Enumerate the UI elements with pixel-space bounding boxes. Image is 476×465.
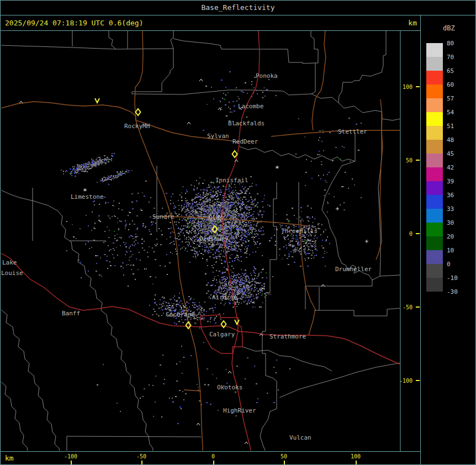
legend-tick-label: 60 xyxy=(447,81,469,88)
map-area: **PonokaLacombeBlackfaldsSylvanRedDeerSt… xyxy=(1,31,420,452)
boundary-line xyxy=(109,31,116,49)
boundary-line xyxy=(132,90,311,95)
left-column: 2025/09/24 07:18:19 UTC 0.6(deg) km **Po… xyxy=(1,15,421,464)
boundary-line xyxy=(239,146,355,161)
city-label: Strathmore xyxy=(269,333,306,340)
city-label: RedDeer xyxy=(232,138,258,145)
city-label: Drumheller xyxy=(335,266,372,273)
scan-timestamp: 2025/09/24 07:18:19 UTC 0.6(deg) xyxy=(5,19,143,27)
city-label: Ponoka xyxy=(256,72,278,80)
city-label: HighRiver xyxy=(223,407,256,414)
legend-color-block xyxy=(426,195,443,209)
app-title: Base_Reflectivity xyxy=(201,3,274,12)
legend-tick-label: 65 xyxy=(447,67,469,75)
bottom-axis-tick-label: 50 xyxy=(272,453,296,459)
bottom-axis-tick-label: 100 xyxy=(343,453,368,459)
radar-echo-layer xyxy=(61,71,362,424)
legend-tick-label: 20 xyxy=(447,233,469,240)
legend-color-block xyxy=(426,167,443,181)
city-label: Calgary xyxy=(209,331,235,338)
bottom-axis-tick-label: -100 xyxy=(59,453,83,459)
legend-title: dBZ xyxy=(443,24,455,32)
legend-color-block xyxy=(426,154,443,167)
title-bar: Base_Reflectivity xyxy=(1,1,475,15)
legend-color-block xyxy=(426,223,443,236)
legend-tick-label: 45 xyxy=(447,150,469,157)
city-label: Vulcan xyxy=(289,434,311,441)
right-axis-tick-label: 0 xyxy=(409,231,412,237)
boundary-line xyxy=(1,190,156,452)
city-label: Airdrie xyxy=(212,294,237,301)
radar-app-window: Base_Reflectivity 2025/09/24 07:18:19 UT… xyxy=(0,0,476,465)
legend-tick-label: 30 xyxy=(447,219,469,226)
caret-marker xyxy=(235,160,238,162)
right-axis-tick-label: 100 xyxy=(403,84,412,90)
city-label: Okotoks xyxy=(217,384,242,391)
boundary-line xyxy=(311,63,315,94)
bottom-axis: km -100-50050100 xyxy=(1,452,420,464)
right-axis-tick-label: -50 xyxy=(403,304,412,310)
right-axis-unit: km xyxy=(408,19,417,27)
city-label: Limestone xyxy=(71,193,104,200)
legend-color-block xyxy=(426,126,443,140)
legend-tick-label: 39 xyxy=(447,178,469,185)
legend-tick-label: -10 xyxy=(447,274,469,282)
legend-tick-label: 36 xyxy=(447,192,469,199)
city-label: Lake xyxy=(2,259,17,266)
legend-color-block xyxy=(426,264,443,278)
city-label: Sylvan xyxy=(207,133,229,140)
city-label: Blackfalds xyxy=(228,120,265,127)
road-brown xyxy=(1,102,239,142)
asterisk-marker: * xyxy=(275,164,279,172)
city-label: Louise xyxy=(1,270,23,277)
station-diamond-marker xyxy=(136,109,141,115)
right-axis-tick-label: -100 xyxy=(399,378,412,384)
legend-color-block xyxy=(426,71,443,84)
vee-marker xyxy=(235,320,239,324)
legend-color-block xyxy=(426,209,443,223)
boundary-line xyxy=(132,31,173,94)
boundary-line xyxy=(305,280,372,309)
bottom-axis-tick xyxy=(356,461,357,464)
boundary-line xyxy=(173,39,318,64)
legend-color-block xyxy=(426,278,443,292)
legend-tick-label: 0 xyxy=(447,261,469,268)
legend-tick-label: 57 xyxy=(447,95,469,102)
city-label: ThreeHills xyxy=(281,228,318,235)
caret-marker xyxy=(187,122,191,124)
legend-tick-label: 10 xyxy=(447,247,469,254)
bottom-axis-tick-label: -50 xyxy=(129,453,154,459)
city-label: Stettler xyxy=(338,128,367,135)
legend-color-block xyxy=(426,57,443,71)
city-label: Lacombe xyxy=(238,103,263,110)
boundary-line xyxy=(67,436,201,451)
boundary-line xyxy=(1,309,65,452)
legend-color-block xyxy=(426,112,443,126)
legend-tick-label: 54 xyxy=(447,109,469,116)
boundary-line xyxy=(1,45,173,49)
caret-marker xyxy=(245,442,248,444)
city-labels-layer: PonokaLacombeBlackfaldsSylvanRedDeerStet… xyxy=(1,72,372,441)
boundary-line xyxy=(311,94,400,120)
bottom-axis-tick-label: 0 xyxy=(201,453,225,459)
legend-tick-label: 70 xyxy=(447,54,469,61)
radar-map-canvas[interactable]: **PonokaLacombeBlackfaldsSylvanRedDeerSt… xyxy=(1,31,420,452)
legend-color-block xyxy=(426,140,443,154)
bottom-axis-unit: km xyxy=(5,454,14,462)
boundary-line xyxy=(339,31,386,103)
city-label: Cochrane xyxy=(166,311,195,318)
station-diamond-marker xyxy=(232,151,237,157)
boundary-line xyxy=(314,308,400,316)
vee-marker xyxy=(95,98,99,103)
markers-layer: ** xyxy=(19,79,368,444)
bottom-axis-tick xyxy=(71,461,72,464)
legend-color-block xyxy=(426,98,443,112)
legend-tick-label: 48 xyxy=(447,136,469,144)
legend-color-block xyxy=(426,84,443,98)
legend-color-block xyxy=(426,250,443,264)
bottom-axis-tick xyxy=(213,461,214,464)
info-bar: 2025/09/24 07:18:19 UTC 0.6(deg) km xyxy=(1,15,420,31)
legend-tick-label: 33 xyxy=(447,205,469,213)
road-brown xyxy=(271,130,400,136)
right-axis: 100500-50-100 xyxy=(399,84,420,384)
